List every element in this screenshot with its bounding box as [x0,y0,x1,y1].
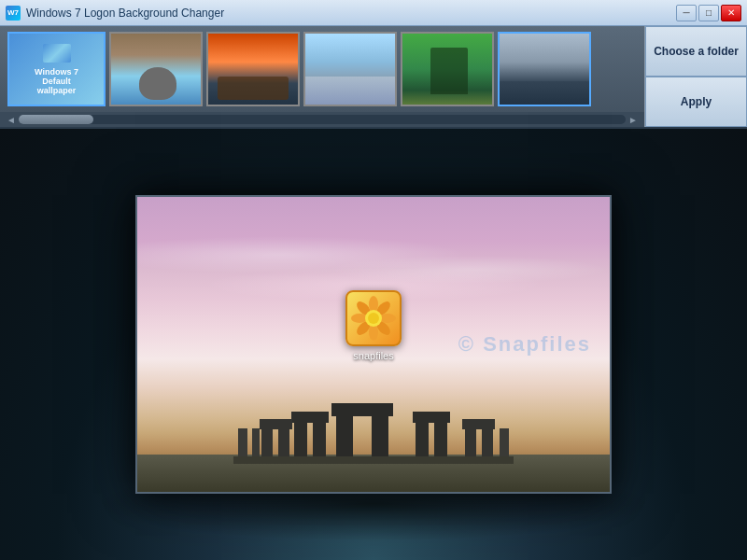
user-icon-container: snapfiles [345,290,402,361]
thumbnail-desert[interactable] [206,32,300,106]
close-button[interactable]: ✕ [721,5,741,21]
svg-rect-16 [252,428,260,459]
svg-point-28 [368,313,379,324]
main-window: Windows 7Defaultwallpaper [0,26,747,560]
svg-rect-18 [233,456,514,464]
window-title: Windows 7 Logon Background Changer [26,7,676,20]
scrollbar-thumb[interactable] [19,115,93,124]
svg-rect-7 [278,425,289,459]
svg-rect-6 [261,425,273,459]
titlebar: W7 Windows 7 Logon Background Changer ─ … [0,0,747,26]
svg-rect-2 [331,403,393,416]
svg-rect-13 [482,425,493,459]
minimize-button[interactable]: ─ [676,5,697,21]
scrollbar-track[interactable] [19,115,626,124]
svg-rect-14 [462,419,495,429]
thumbnail-green[interactable] [401,32,494,106]
apply-button[interactable]: Apply [645,77,747,127]
svg-rect-4 [313,417,326,459]
window-controls: ─ □ ✕ [676,5,741,21]
preview-window: snapfiles © Snapfiles [135,195,612,494]
thumbnail-elephant[interactable] [109,32,203,106]
svg-rect-17 [500,428,509,459]
svg-rect-10 [434,417,447,459]
default-thumb-icon [43,44,71,63]
right-buttons-panel: Choose a folder Apply Settings [644,26,747,127]
svg-rect-8 [260,419,292,429]
scroll-left-arrow[interactable]: ◄ [4,115,19,125]
flower-icon [350,295,397,342]
thumbnail-coastline[interactable] [498,32,591,106]
choose-folder-button[interactable]: Choose a folder [645,26,747,77]
thumbnail-icy-lake[interactable] [303,32,397,106]
stonehenge-silhouette [233,389,514,464]
scroll-right-arrow[interactable]: ► [626,115,641,125]
svg-rect-5 [291,412,329,423]
user-icon [345,290,402,346]
svg-rect-11 [413,412,450,423]
app-icon: W7 [6,6,21,21]
thumbnail-default[interactable]: Windows 7Defaultwallpaper [7,32,106,106]
maximize-button[interactable]: □ [698,5,719,21]
svg-rect-3 [294,417,307,459]
svg-rect-15 [238,428,247,459]
svg-rect-9 [416,417,429,459]
thumbnails-container: Windows 7Defaultwallpaper [0,26,644,127]
top-bar: Windows 7Defaultwallpaper [0,26,747,129]
svg-rect-12 [465,425,476,459]
thumbnails-strip: Windows 7Defaultwallpaper [0,26,644,112]
scrollbar-container: ◄ ► [0,112,644,127]
user-label: snapfiles [353,350,393,361]
preview-area: snapfiles © Snapfiles [0,129,747,560]
default-thumb-label: Windows 7Defaultwallpaper [31,67,82,95]
